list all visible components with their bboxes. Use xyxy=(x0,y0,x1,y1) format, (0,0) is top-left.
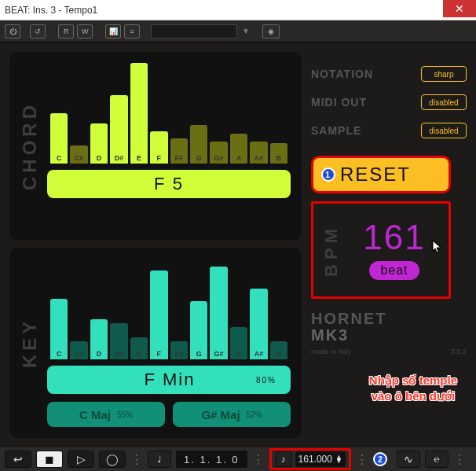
bar-C#: C# xyxy=(70,145,87,164)
sample-toggle[interactable]: disabled xyxy=(421,123,467,138)
cursor-icon xyxy=(431,225,442,239)
power-button[interactable]: ⏻ xyxy=(5,24,20,39)
key-bars: CC#DD#EFF#GG#AA#B xyxy=(47,259,291,359)
snapshot-button[interactable]: ◉ xyxy=(262,24,280,39)
bypass-button[interactable]: ↺ xyxy=(30,24,46,39)
sample-label: SAMPLE xyxy=(311,124,361,137)
bar-A: A xyxy=(230,134,247,164)
annotation-badge-2: 2 xyxy=(373,452,387,466)
key-alt-1-name: C Maj xyxy=(79,408,111,421)
notation-label: NOTATION xyxy=(311,68,373,80)
key-display-pct: 80% xyxy=(256,376,276,385)
window-title: BEAT: Ins. 3 - Tempo1 xyxy=(5,5,97,16)
bar-F: F xyxy=(150,270,167,359)
bar-A: A xyxy=(230,327,247,359)
brand-version: 3.0.2 xyxy=(451,348,467,355)
bar-G: G xyxy=(190,301,207,359)
position-display[interactable]: 1. 1. 1. 0 xyxy=(176,451,247,468)
bar-B: B xyxy=(270,143,287,164)
notation-toggle[interactable]: sharp xyxy=(421,66,467,82)
menu-button[interactable]: ≡ xyxy=(124,24,140,39)
bar-G: G xyxy=(190,125,207,164)
key-alt-2-name: G# Maj xyxy=(201,408,240,421)
preset-button[interactable]: 📊 xyxy=(105,24,121,39)
close-button[interactable]: ✕ xyxy=(443,0,476,17)
editor-toolbar: ⏻ ↺ R W 📊 ≡ ▼ ◉ xyxy=(0,20,476,42)
key-label: KEY xyxy=(19,259,41,427)
option-sample: SAMPLE disabled xyxy=(311,116,467,145)
plugin-window: BEAT: Ins. 3 - Tempo1 ✕ ⏻ ↺ R W 📊 ≡ ▼ ◉ … xyxy=(0,0,476,471)
e-button[interactable]: ℮ xyxy=(425,451,449,468)
record-button[interactable]: ◯ xyxy=(99,451,126,468)
bar-E: E xyxy=(130,337,148,359)
option-midi: MIDI OUT disabled xyxy=(311,88,467,116)
tempo-note-icon[interactable]: ♪ xyxy=(275,451,292,467)
bar-D: D xyxy=(90,123,108,164)
bar-E: E xyxy=(130,63,148,164)
tempo-box: ♪ 161.000 ▲▼ xyxy=(269,448,351,470)
read-button[interactable]: R xyxy=(58,24,74,39)
bar-A#: A# xyxy=(250,289,267,359)
note-icon[interactable]: ♩ xyxy=(148,451,171,468)
annotation-badge-1: 1 xyxy=(321,167,335,182)
midi-label: MIDI OUT xyxy=(311,96,367,109)
brand-line1: HORNET xyxy=(311,310,467,328)
bar-D#: D# xyxy=(110,95,127,164)
key-display-value: F Min xyxy=(144,370,195,390)
preset-dropdown-icon[interactable]: ▼ xyxy=(242,27,250,35)
bpm-value[interactable]: 161 xyxy=(348,220,441,255)
bar-F#: F# xyxy=(170,138,188,164)
brand-block: HORNET MK3 made in Italy 3.0.2 xyxy=(311,310,467,355)
write-button[interactable]: W xyxy=(77,24,93,39)
chord-panel: CHORD CC#DD#EFF#GG#AA#B F 5 xyxy=(9,52,302,240)
reset-label: RESET xyxy=(340,164,411,186)
play-button[interactable]: ▷ xyxy=(68,451,94,468)
bar-C: C xyxy=(50,113,68,164)
preset-selector[interactable] xyxy=(151,24,237,39)
brand-made: made in Italy xyxy=(311,348,351,355)
key-alt-1-pct: 55% xyxy=(117,410,133,419)
key-alt-1[interactable]: C Maj 55% xyxy=(47,402,165,427)
plugin-body: CHORD CC#DD#EFF#GG#AA#B F 5 KEY CC#DD#EF… xyxy=(0,42,476,447)
chord-display: F 5 xyxy=(47,170,291,198)
click-button[interactable]: ∿ xyxy=(397,451,420,468)
bpm-side-label: BPM xyxy=(321,224,342,277)
bar-D: D xyxy=(90,319,108,359)
chord-bars: CC#DD#EFF#GG#AA#B xyxy=(47,63,291,164)
bar-G#: G# xyxy=(210,142,227,164)
option-notation: NOTATION sharp xyxy=(311,60,467,88)
loop-button[interactable]: ↩ xyxy=(5,451,31,468)
tempo-value: 161.000 xyxy=(298,454,332,465)
transport-bar: ↩ ◼ ▷ ◯ ⋮ ♩ 1. 1. 1. 0 ⋮ ♪ 161.000 ▲▼ ⋮ … xyxy=(0,447,476,471)
bar-C: C xyxy=(50,299,68,359)
bar-D#: D# xyxy=(110,323,127,359)
bar-C#: C# xyxy=(70,341,87,359)
annotation-text: Nhập số temple vào ô bên dưới xyxy=(369,373,457,403)
bar-A#: A# xyxy=(250,142,267,164)
bar-F#: F# xyxy=(170,341,188,359)
key-alt-2-pct: 52% xyxy=(247,410,262,419)
midi-toggle[interactable]: disabled xyxy=(421,94,467,110)
tempo-stepper-icon[interactable]: ▲▼ xyxy=(335,455,342,464)
stop-button[interactable]: ◼ xyxy=(36,451,63,468)
reset-button[interactable]: 1 RESET xyxy=(311,156,451,193)
key-panel: KEY CC#DD#EFF#GG#AA#B --- F Min 80% C Ma… xyxy=(9,248,302,438)
bpm-box: BPM 161 beat xyxy=(311,201,451,299)
tempo-field[interactable]: 161.000 ▲▼ xyxy=(295,451,346,467)
bar-B: B xyxy=(270,341,287,359)
beat-button[interactable]: beat xyxy=(369,261,419,280)
brand-line2: MK3 xyxy=(311,326,467,344)
bar-G#: G# xyxy=(210,267,227,359)
key-alt-2[interactable]: G# Maj 52% xyxy=(173,402,291,427)
chord-label: CHORD xyxy=(19,63,41,229)
bar-F: F xyxy=(150,131,167,164)
titlebar: BEAT: Ins. 3 - Tempo1 ✕ xyxy=(0,0,476,20)
key-display: --- F Min 80% xyxy=(47,366,291,394)
